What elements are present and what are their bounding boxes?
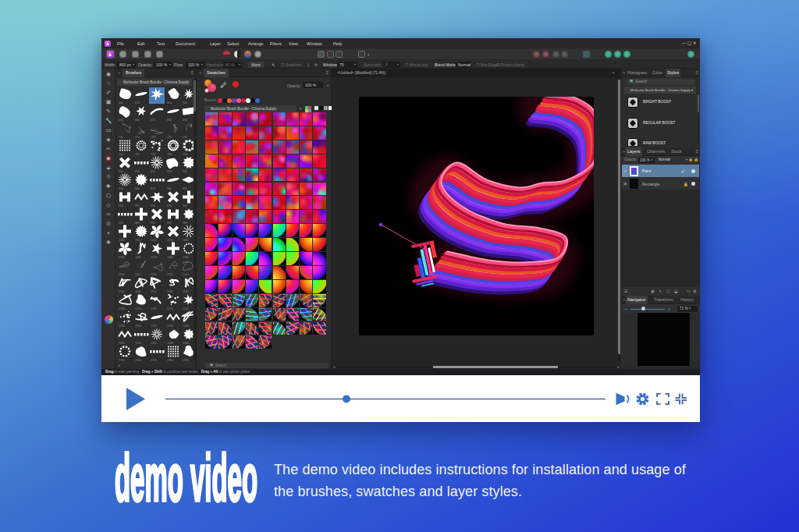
svg-text:demo video: demo video xyxy=(115,446,257,515)
